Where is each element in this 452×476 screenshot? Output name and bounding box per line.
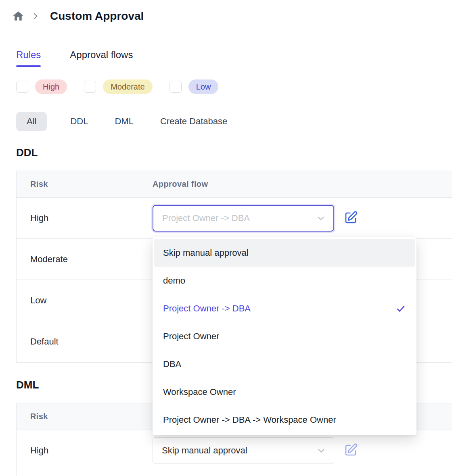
page-title: Custom Approval	[50, 10, 144, 23]
risk-filter-low: Low	[170, 79, 219, 94]
dropdown-option[interactable]: Workspace Owner	[154, 378, 415, 406]
home-icon[interactable]	[12, 10, 24, 22]
approval-flow-select[interactable]: Skip manual approval	[153, 437, 334, 464]
tab-approval-flows[interactable]: Approval flows	[70, 49, 133, 67]
table-row: High Skip manual approval	[17, 430, 452, 471]
horizontal-divider	[16, 106, 452, 106]
approval-flow-dropdown: Skip manual approval demo Project Owner …	[153, 237, 416, 435]
category-filter-row: All DDL DML Create Database	[16, 111, 452, 132]
low-checkbox[interactable]	[170, 81, 182, 93]
column-header-approval-flow: Approval flow	[153, 180, 452, 189]
column-header-risk: Risk	[17, 412, 153, 421]
approval-flow-select[interactable]: Project Owner -> DBA	[153, 205, 334, 232]
column-header-risk: Risk	[17, 180, 153, 189]
category-ddl[interactable]: DDL	[67, 112, 91, 131]
high-checkbox[interactable]	[16, 81, 28, 93]
edit-approval-flow-button[interactable]	[343, 443, 358, 458]
table-row	[17, 471, 452, 476]
edit-icon	[343, 443, 358, 457]
dropdown-option-selected[interactable]: Project Owner -> DBA	[154, 294, 415, 322]
edit-approval-flow-button[interactable]	[343, 211, 358, 226]
section-title-ddl: DDL	[16, 146, 452, 161]
category-dml[interactable]: DML	[111, 112, 136, 131]
moderate-badge: Moderate	[103, 79, 153, 94]
dropdown-option[interactable]: Project Owner -> DBA -> Workspace Owner	[154, 406, 415, 434]
low-badge: Low	[188, 79, 219, 94]
table-header: Risk Approval flow	[17, 171, 452, 198]
tab-rules[interactable]: Rules	[16, 49, 41, 67]
check-icon	[396, 303, 406, 314]
chevron-right-icon	[31, 12, 40, 20]
moderate-checkbox[interactable]	[84, 81, 96, 93]
dropdown-option[interactable]: DBA	[154, 350, 415, 378]
high-badge: High	[35, 79, 67, 94]
breadcrumb: Custom Approval	[12, 9, 452, 23]
category-create-database[interactable]: Create Database	[157, 112, 230, 131]
dropdown-option[interactable]: Project Owner	[154, 322, 415, 350]
dropdown-option[interactable]: Skip manual approval	[154, 239, 415, 267]
tab-bar: Rules Approval flows	[16, 49, 452, 67]
risk-filter-moderate: Moderate	[84, 79, 153, 94]
chevron-down-icon	[317, 446, 326, 455]
risk-filter-row: High Moderate Low	[16, 79, 452, 94]
risk-filter-high: High	[16, 79, 67, 94]
category-all[interactable]: All	[16, 112, 47, 131]
chevron-down-icon	[316, 214, 325, 223]
active-tab-underline	[16, 65, 41, 67]
edit-icon	[343, 211, 358, 225]
table-row: High Project Owner -> DBA	[17, 198, 452, 239]
dropdown-option[interactable]: demo	[154, 267, 415, 294]
